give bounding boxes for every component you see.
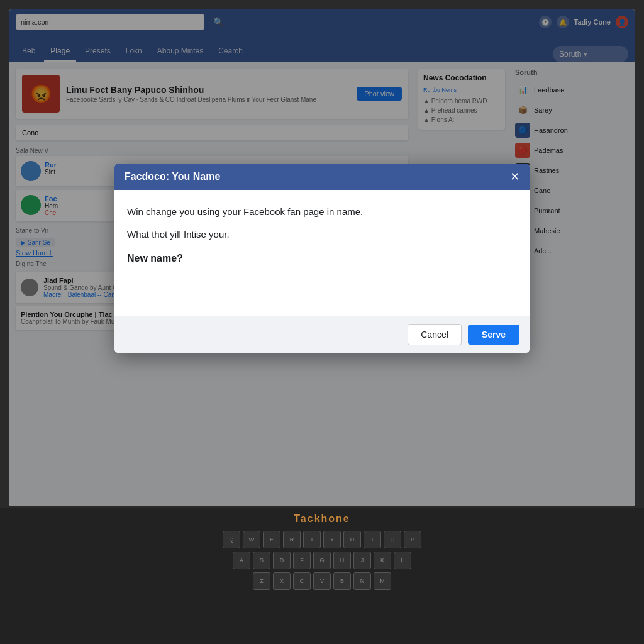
key-p[interactable]: P [404, 531, 421, 548]
key-m[interactable]: M [374, 572, 391, 590]
key-y[interactable]: Y [323, 531, 341, 548]
modal-body-line2: What thot yill Intise your. [127, 228, 517, 242]
key-w[interactable]: W [243, 531, 260, 548]
key-s[interactable]: S [253, 552, 270, 569]
modal: Facdoco: You Name ✕ Win change you using… [114, 164, 530, 353]
modal-body: Win change you using your Facebook fan p… [114, 190, 530, 316]
modal-header: Facdoco: You Name ✕ [114, 164, 530, 190]
keyboard-area: Tackhone Q W E R T Y U I O P A S D F G H [0, 508, 644, 644]
key-f[interactable]: F [293, 552, 311, 569]
modal-footer: Cancel Serve [114, 316, 530, 353]
key-v[interactable]: V [313, 572, 331, 590]
modal-body-line3: New name? [127, 251, 517, 266]
keyboard-rows: Q W E R T Y U I O P A S D F G H J K L [32, 531, 612, 590]
modal-body-line1: Win change you using your Facebook fan p… [127, 205, 517, 219]
laptop-brand: Tackhone [294, 513, 350, 525]
key-z[interactable]: Z [253, 572, 270, 590]
key-l[interactable]: L [394, 552, 411, 569]
key-row-2: A S D F G H J K L [32, 552, 612, 569]
cancel-button[interactable]: Cancel [408, 324, 462, 345]
key-o[interactable]: O [384, 531, 401, 548]
key-c[interactable]: C [293, 572, 311, 590]
key-d[interactable]: D [273, 552, 291, 569]
modal-title: Facdoco: You Name [125, 171, 220, 182]
serve-button[interactable]: Serve [468, 325, 519, 345]
key-h[interactable]: H [333, 552, 351, 569]
key-row-3: Z X C V B N M [32, 572, 612, 590]
key-a[interactable]: A [233, 552, 250, 569]
key-b[interactable]: B [333, 572, 351, 590]
key-x[interactable]: X [273, 572, 291, 590]
key-q[interactable]: Q [223, 531, 240, 548]
key-row-1: Q W E R T Y U I O P [32, 531, 612, 548]
key-n[interactable]: N [353, 572, 371, 590]
key-u[interactable]: U [343, 531, 361, 548]
laptop-body: nima.com 🔍 🕐 🔔 Tadiy Cone 👤 Beb Plage Pr… [0, 0, 644, 644]
key-j[interactable]: J [353, 552, 371, 569]
modal-close-button[interactable]: ✕ [510, 171, 519, 182]
key-g[interactable]: G [313, 552, 331, 569]
key-k[interactable]: K [374, 552, 391, 569]
screen: nima.com 🔍 🕐 🔔 Tadiy Cone 👤 Beb Plage Pr… [9, 9, 635, 506]
key-t[interactable]: T [303, 531, 321, 548]
key-r[interactable]: R [283, 531, 301, 548]
key-e[interactable]: E [263, 531, 280, 548]
modal-overlay: Facdoco: You Name ✕ Win change you using… [9, 9, 635, 506]
key-i[interactable]: I [364, 531, 381, 548]
